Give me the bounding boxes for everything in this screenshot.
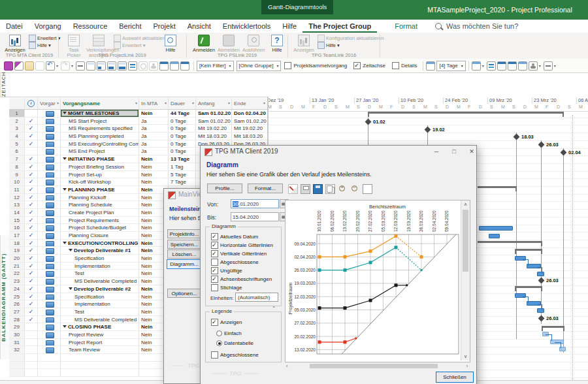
filter-arrow-icon[interactable]: ▾ [263, 98, 265, 109]
row-info-cell[interactable]: ✓ [25, 194, 38, 201]
person-icon[interactable] [529, 61, 538, 71]
assign-resource-icon[interactable] [149, 61, 158, 71]
row-info-cell[interactable]: ✓ [25, 293, 38, 300]
menu-item-ansicht[interactable]: Ansicht [182, 20, 217, 33]
chart-horizontal-scrollbar[interactable]: ‹ › [285, 362, 469, 370]
row-info-cell[interactable]: ✓ [25, 163, 38, 170]
row-info-cell[interactable] [25, 369, 38, 376]
row-mode-cell[interactable] [38, 323, 61, 330]
paste-icon[interactable] [35, 61, 44, 71]
maximize-icon[interactable]: □ [448, 147, 461, 157]
window-1-icon[interactable] [497, 61, 506, 71]
row-mta-cell[interactable]: Ja [139, 133, 169, 140]
row-mta-cell[interactable]: Nein [139, 178, 169, 185]
table-row[interactable]: 2✓MS Start ProjectJa0 TageSam 01.02.20Sa… [9, 118, 267, 125]
row-name-cell[interactable]: MS Planning completed [61, 133, 139, 140]
row-mode-cell[interactable] [38, 346, 61, 353]
einheiten-select[interactable]: (Automatisch) [235, 293, 278, 302]
row-number[interactable] [9, 369, 25, 376]
row-info-cell[interactable]: ✓ [25, 209, 38, 216]
row-mode-cell[interactable] [38, 148, 61, 155]
overflow-icon[interactable] [544, 61, 553, 71]
close-icon[interactable]: ✕ [465, 147, 478, 157]
row-info-cell[interactable]: ✓ [25, 178, 38, 185]
row-mode-cell[interactable] [38, 155, 61, 163]
row-anfang-cell[interactable]: Sam 01.02.20 [196, 110, 232, 117]
row-name-cell[interactable] [61, 354, 139, 361]
speichern-button[interactable]: Speichern... [167, 240, 201, 249]
row-number[interactable]: 2 [9, 118, 25, 125]
menu-item-hilfe[interactable]: Hilfe [276, 20, 302, 33]
expand-triangle-icon[interactable] [63, 242, 67, 244]
row-number[interactable]: 7 [9, 155, 25, 163]
milestone-diamond[interactable] [514, 134, 520, 140]
row-number[interactable]: 13 [9, 201, 25, 208]
inactivate-icon[interactable] [139, 61, 148, 71]
menu-item-vorgang[interactable]: Vorgang [29, 20, 67, 33]
copy-icon[interactable] [325, 184, 335, 194]
row-name-cell[interactable]: Develop Deliverable #1 [61, 247, 139, 254]
search-box[interactable]: Was möchten Sie tun? [435, 22, 518, 30]
row-name-cell[interactable]: MGMT MILESTONES [61, 110, 139, 117]
row-ende-cell[interactable]: Don 02.04.20 [232, 110, 267, 117]
row-info-cell[interactable]: ✓ [25, 171, 38, 178]
row-name-cell[interactable]: CLOSING PHASE [61, 323, 139, 330]
loeschen-button[interactable]: Löschen... [167, 249, 201, 259]
row-info-cell[interactable] [25, 148, 38, 155]
ribbon-button-hilfe[interactable]: Hilfe ▾ [318, 42, 384, 49]
row-mode-cell[interactable] [38, 255, 61, 262]
aktuelles-datum-checkbox[interactable]: Aktuelles Datum [211, 233, 258, 240]
row-dauer-cell[interactable]: 0 Tage [169, 118, 196, 125]
row-mode-cell[interactable] [38, 270, 61, 277]
row-ende-cell[interactable]: Mit 19.02.20 [232, 125, 267, 132]
row-ende-cell[interactable]: Mit 18.03.20 [232, 133, 267, 140]
ende-column-header[interactable]: Ende▾ [232, 98, 267, 109]
row-number[interactable] [9, 362, 25, 369]
row-dauer-cell[interactable]: 44 Tage [169, 110, 196, 117]
row-number[interactable]: 22 [9, 270, 25, 277]
mode-column-header[interactable]: Vorgar▾ [38, 98, 61, 109]
menu-item-format[interactable]: Format [389, 20, 423, 33]
milestone-diamond[interactable] [425, 127, 431, 133]
milestone-diamond[interactable] [561, 150, 567, 156]
checkbox-icon[interactable] [211, 250, 218, 257]
row-name-cell[interactable]: Project Schedule/Budget [61, 224, 139, 231]
row-mode-cell[interactable] [38, 247, 61, 254]
move-task-icon[interactable] [128, 61, 137, 71]
row-info-cell[interactable]: ✓ [25, 240, 38, 247]
row-name-cell[interactable]: Kick-off Workshop [61, 178, 139, 185]
abgeschlossene-checkbox[interactable]: Abgeschlossene [211, 259, 259, 266]
ribbon-button-anzeigen[interactable]: Anzeigen [3, 34, 27, 53]
ribbon-button-anmelden[interactable]: Anmelden [191, 34, 216, 53]
einfach-radio[interactable]: Einfach [216, 330, 242, 336]
percent-0-icon[interactable] [86, 61, 95, 71]
expand-triangle-icon[interactable] [63, 157, 67, 160]
horizontale-gitterlinien-checkbox[interactable]: Horizontale Gitterlinien [211, 242, 273, 249]
row-name-cell[interactable]: EXECUTION/CONTROLLING PHASE [61, 240, 139, 247]
row-mode-cell[interactable] [38, 339, 61, 346]
minimize-icon[interactable]: ─ [430, 147, 443, 157]
row-dauer-cell[interactable]: 7 Tage [169, 178, 196, 185]
row-mta-cell[interactable]: Nein [139, 171, 169, 178]
row-name-cell[interactable]: Create Project Plan [61, 209, 139, 216]
row-info-cell[interactable]: ✓ [25, 263, 38, 270]
dropdown-caret-icon[interactable]: ▾ [554, 63, 556, 68]
menu-item-ressource[interactable]: Ressource [67, 20, 114, 33]
vertikale-gitterlinien-checkbox[interactable]: Vertikale Gitterlinien [211, 250, 267, 257]
row-number[interactable]: 20 [9, 255, 25, 262]
row-mode-cell[interactable] [38, 293, 61, 300]
milestone-diamond[interactable] [365, 119, 372, 125]
row-info-cell[interactable]: ✓ [25, 118, 38, 125]
row-number[interactable]: 1 [9, 110, 25, 117]
table-row[interactable]: 4✓MS Planning completedJa0 TageMit 18.03… [9, 133, 267, 140]
row-mode-cell[interactable] [38, 217, 61, 224]
row-number[interactable]: 5 [9, 140, 25, 148]
row-info-cell[interactable] [25, 354, 38, 361]
filter-arrow-icon[interactable]: ▾ [165, 98, 167, 109]
row-mode-cell[interactable] [38, 133, 61, 140]
menu-item-projekt[interactable]: Projekt [148, 20, 182, 33]
row-name-cell[interactable]: Planning Schedule [61, 201, 139, 208]
new-page-icon[interactable] [363, 184, 372, 194]
row-info-cell[interactable]: ✓ [25, 201, 38, 208]
row-info-cell[interactable]: ✓ [25, 285, 38, 293]
